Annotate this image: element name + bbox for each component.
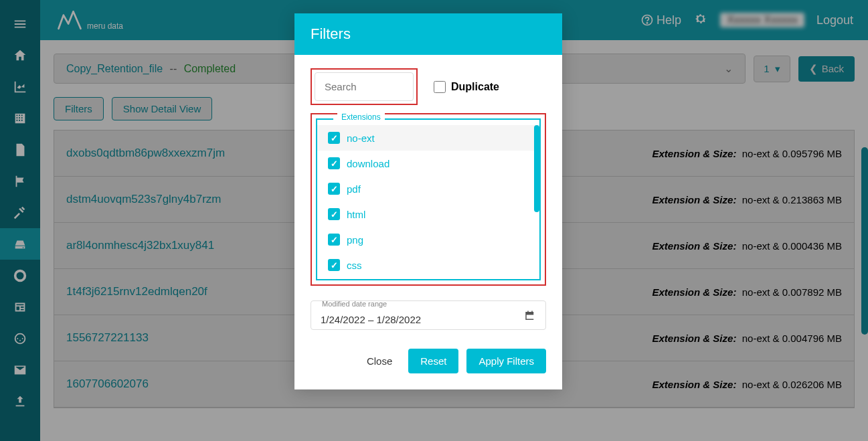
extension-item[interactable]: ✓pdf: [317, 176, 539, 201]
apply-filters-button[interactable]: Apply Filters: [466, 349, 546, 373]
checkbox-checked-icon[interactable]: ✓: [328, 208, 340, 220]
filters-modal: Filters Duplicate Extensions ✓no-ext ✓do…: [294, 13, 562, 389]
duplicate-checkbox[interactable]: Duplicate: [434, 81, 499, 93]
extensions-highlight: Extensions ✓no-ext ✓download ✓pdf ✓html …: [311, 113, 546, 286]
extension-item[interactable]: ✓html: [317, 201, 539, 227]
search-highlight: [311, 68, 418, 105]
date-range-field[interactable]: Modified date range 1/24/2022 – 1/28/202…: [311, 300, 546, 330]
extension-item[interactable]: ✓no-ext: [317, 125, 539, 151]
checkbox-checked-icon[interactable]: ✓: [328, 183, 340, 195]
checkbox-checked-icon[interactable]: ✓: [328, 132, 340, 144]
duplicate-checkbox-input[interactable]: [434, 81, 446, 93]
close-button[interactable]: Close: [359, 349, 400, 373]
checkbox-checked-icon[interactable]: ✓: [328, 259, 340, 271]
reset-button[interactable]: Reset: [408, 349, 458, 373]
extensions-label: Extensions: [337, 112, 385, 122]
calendar-icon[interactable]: [524, 310, 536, 325]
extension-item[interactable]: ✓download: [317, 151, 539, 176]
extension-item[interactable]: ✓png: [317, 227, 539, 252]
checkbox-checked-icon[interactable]: ✓: [328, 234, 340, 246]
extensions-scrollbar[interactable]: [534, 125, 539, 212]
checkbox-checked-icon[interactable]: ✓: [328, 157, 340, 169]
extension-item[interactable]: ✓css: [317, 252, 539, 278]
extensions-panel: Extensions ✓no-ext ✓download ✓pdf ✓html …: [316, 118, 541, 280]
search-input[interactable]: [315, 72, 414, 101]
modal-title: Filters: [294, 13, 562, 55]
